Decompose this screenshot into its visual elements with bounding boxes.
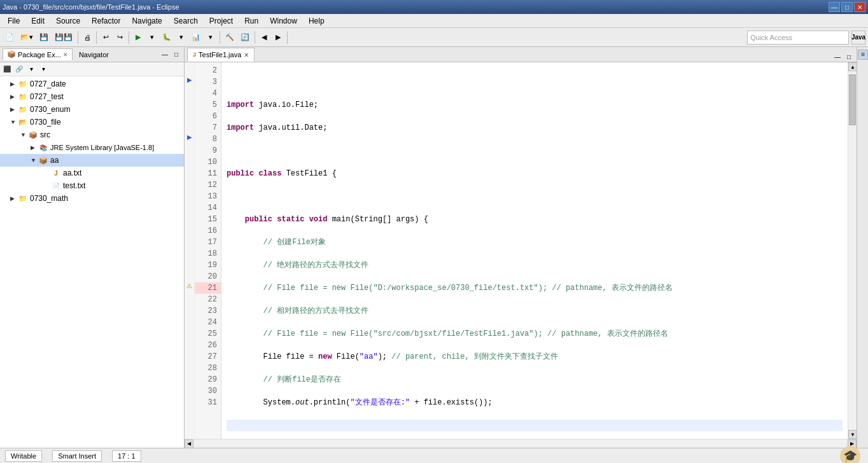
- code-line-4: import java.util.Date;: [227, 122, 843, 134]
- horizontal-scroll[interactable]: ◀ ▶: [185, 439, 857, 448]
- close-button[interactable]: ✕: [854, 2, 865, 12]
- tree-item-test-txt[interactable]: 📄 test.txt: [0, 179, 184, 192]
- run-button[interactable]: ▶: [132, 30, 144, 45]
- collapse-all-button[interactable]: ⬛: [1, 64, 13, 75]
- code-content[interactable]: import java.io.File; import java.util.Da…: [221, 62, 848, 439]
- tree-item-0730-math[interactable]: ▶ 📁 0730_math: [0, 192, 184, 205]
- code-line-10: // 绝对路径的方式去寻找文件: [227, 259, 843, 271]
- gutter-27: [185, 349, 194, 360]
- folder-icon: 📂: [18, 117, 28, 127]
- jre-icon: 📚: [38, 142, 48, 153]
- tree-label: 0727_test: [30, 92, 64, 101]
- menu-source[interactable]: Source: [51, 15, 85, 27]
- print-button[interactable]: 🖨: [81, 30, 94, 45]
- menu-navigate[interactable]: Navigate: [127, 15, 167, 27]
- cursor-position-label: 17 : 1: [118, 452, 136, 460]
- perspective-button[interactable]: Java: [851, 31, 865, 45]
- linenum-15: 15: [195, 214, 221, 225]
- left-panel-toolbar: ⬛ 🔗 ▾ ▾: [0, 62, 184, 76]
- scroll-track[interactable]: [848, 71, 857, 430]
- linenum-28: 28: [195, 363, 221, 374]
- tree-arrow: ▶: [10, 93, 18, 100]
- tree-item-0730-enum[interactable]: ▶ 📁 0730_enum: [0, 103, 184, 116]
- tree-item-jre[interactable]: ▶ 📚 JRE System Library [JavaSE-1.8]: [0, 141, 184, 154]
- gutter-11: [185, 165, 194, 177]
- linenum-27: 27: [195, 351, 221, 363]
- save-button[interactable]: 💾: [37, 30, 51, 45]
- linenum-10: 10: [195, 156, 221, 168]
- tree-label: 0730_file: [30, 118, 61, 127]
- editor-area: ▶ ▶ ⚠: [185, 62, 857, 439]
- prev-button[interactable]: ◀: [258, 30, 270, 45]
- code-line-7: [227, 191, 843, 202]
- debug-button[interactable]: 🐛: [160, 30, 174, 45]
- editor-maximize-button[interactable]: □: [844, 52, 854, 62]
- right-panel-btn-1[interactable]: ☰: [858, 50, 868, 60]
- open-button[interactable]: 📂▾: [18, 30, 36, 45]
- tree-item-aa[interactable]: ▼ 📦 aa: [0, 154, 184, 167]
- folder-icon: 📁: [18, 92, 28, 102]
- panel-maximize-button[interactable]: □: [171, 50, 181, 60]
- coverage-button[interactable]: 📊: [189, 30, 203, 45]
- tree-arrow: ▶: [31, 144, 38, 151]
- scroll-up-button[interactable]: ▲: [848, 62, 857, 71]
- quick-access-box[interactable]: Quick Access: [747, 31, 849, 45]
- link-editor-button[interactable]: 🔗: [13, 64, 25, 75]
- undo-button[interactable]: ↩: [99, 30, 112, 45]
- maximize-button[interactable]: □: [841, 2, 853, 12]
- navigator-tab[interactable]: Navigator: [75, 50, 113, 60]
- run-dropdown[interactable]: ▾: [146, 30, 158, 45]
- minimize-button[interactable]: —: [829, 2, 840, 12]
- menu-window[interactable]: Window: [265, 15, 302, 27]
- title-controls: — □ ✕: [829, 2, 865, 12]
- build-button[interactable]: 🔨: [223, 30, 237, 45]
- linenum-16: 16: [195, 225, 221, 237]
- next-button[interactable]: ▶: [272, 30, 284, 45]
- scroll-down-button[interactable]: ▼: [848, 430, 857, 439]
- linenum-25: 25: [195, 328, 221, 340]
- new-button[interactable]: 📄: [3, 30, 17, 45]
- menu-help[interactable]: Help: [304, 15, 330, 27]
- quick-access-label: Quick Access: [750, 34, 792, 41]
- redo-button[interactable]: ↪: [113, 30, 126, 45]
- tree-label: test.txt: [63, 181, 85, 190]
- tree-item-0727-date[interactable]: ▶ 📁 0727_date: [0, 78, 184, 90]
- scroll-thumb[interactable]: [849, 74, 856, 125]
- gutter-4: [185, 85, 194, 97]
- panel-down-button[interactable]: ▾: [38, 64, 49, 75]
- panel-minimize-button[interactable]: —: [160, 50, 170, 60]
- tab-close-button[interactable]: ✕: [244, 52, 249, 59]
- debug-dropdown[interactable]: ▾: [175, 30, 188, 45]
- menu-bar: File Edit Source Refactor Navigate Searc…: [0, 14, 868, 28]
- code-line-9: // 创建File对象: [227, 237, 843, 248]
- panel-menu-button[interactable]: ▾: [25, 64, 37, 75]
- menu-refactor[interactable]: Refactor: [87, 15, 125, 27]
- vertical-scrollbar[interactable]: ▲ ▼: [848, 62, 857, 439]
- package-explorer-close[interactable]: ✕: [63, 52, 68, 58]
- sep3: [129, 31, 129, 44]
- tree-item-0730-file[interactable]: ▼ 📂 0730_file: [0, 116, 184, 128]
- tree-item-aa-txt[interactable]: J aa.txt: [0, 167, 184, 179]
- package-explorer-tab[interactable]: 📦 Package Ex... ✕: [3, 48, 73, 60]
- src-icon: 📦: [28, 130, 38, 140]
- editor-minimize-button[interactable]: —: [832, 52, 843, 62]
- menu-file[interactable]: File: [3, 15, 25, 27]
- tree-item-src[interactable]: ▼ 📦 src: [0, 128, 184, 141]
- save-all-button[interactable]: 💾💾: [52, 30, 75, 45]
- refresh-button[interactable]: 🔄: [238, 30, 252, 45]
- menu-search[interactable]: Search: [169, 15, 203, 27]
- hscroll-left-button[interactable]: ◀: [185, 439, 193, 448]
- gutter-8: ▶: [185, 131, 194, 142]
- menu-run[interactable]: Run: [239, 15, 263, 27]
- linenum-17: 17: [195, 237, 221, 248]
- menu-project[interactable]: Project: [204, 15, 238, 27]
- linenum-5: 5: [195, 99, 221, 111]
- linenum-3: 3: [195, 76, 221, 88]
- editor-tab-testfile1[interactable]: J TestFile1.java ✕: [187, 48, 255, 62]
- menu-edit[interactable]: Edit: [26, 15, 50, 27]
- tree-item-0727-test[interactable]: ▶ 📁 0727_test: [0, 90, 184, 103]
- gutter-5: [185, 97, 194, 108]
- coverage-dropdown[interactable]: ▾: [204, 30, 217, 45]
- main-layout: 📦 Package Ex... ✕ Navigator — □ ⬛ 🔗 ▾ ▾ …: [0, 47, 868, 448]
- status-icon: 🎓: [840, 446, 860, 464]
